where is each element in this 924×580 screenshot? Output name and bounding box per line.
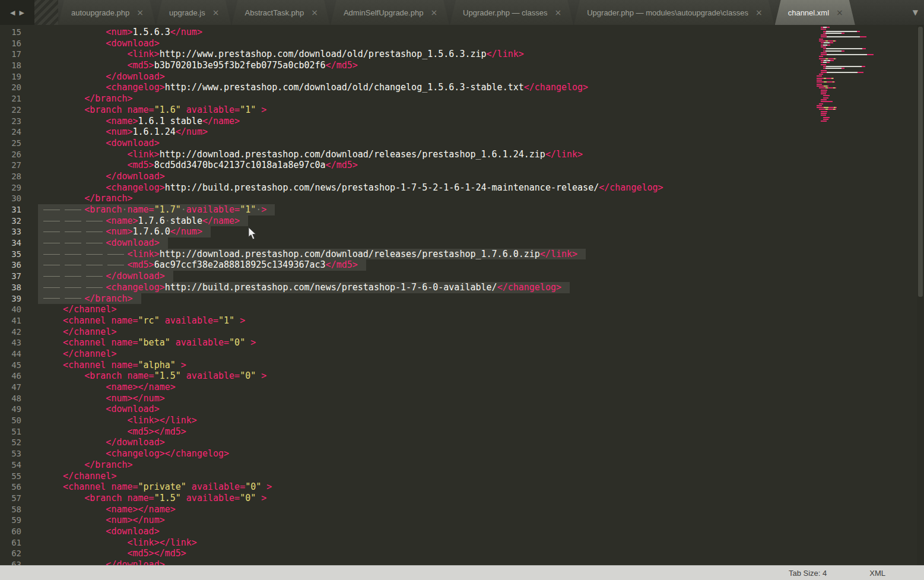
line-number: 38 <box>0 282 38 293</box>
code-line[interactable]: 59<num></num> <box>0 515 917 526</box>
tab-size-indicator[interactable]: Tab Size: 4 <box>789 569 827 578</box>
code-text: <md5></md5> <box>38 548 186 559</box>
whitespace-tab-marks <box>42 215 106 227</box>
code-text: <name>1.6.1 stable</name> <box>38 116 240 127</box>
code-line[interactable]: 17<link>http://www.prestashop.com/downlo… <box>0 49 917 60</box>
code-text: <name></name> <box>38 382 176 393</box>
tab-adminselfupgrade-php[interactable]: AdminSelfUpgrade.php× <box>331 0 449 25</box>
code-line[interactable]: 57<branch name="1.5" available="0" > <box>0 493 917 504</box>
tab-channel-xml[interactable]: channel.xml× <box>775 0 855 25</box>
code-line[interactable]: 29<changelog>http://build.prestashop.com… <box>0 182 917 194</box>
code-line[interactable]: 55</channel> <box>0 471 917 482</box>
line-number: 46 <box>0 370 38 382</box>
code-line[interactable]: 47<name></name> <box>0 382 917 393</box>
minimap[interactable] <box>815 27 916 123</box>
tab-bar-filler <box>34 0 58 25</box>
code-line[interactable]: 32<name>1.7.6·stable</name> <box>0 215 917 227</box>
tab-abstracttask-php[interactable]: AbstractTask.php× <box>232 0 330 25</box>
code-text: <name></name> <box>38 504 176 515</box>
code-line[interactable]: 61<link></link> <box>0 537 917 549</box>
tab-upgrade-js[interactable]: upgrade.js× <box>156 0 231 25</box>
minimap-line <box>815 117 916 118</box>
tab-overflow-menu-icon[interactable]: ▼ <box>913 0 918 25</box>
code-line[interactable]: 58<name></name> <box>0 504 917 515</box>
line-number: 25 <box>0 138 38 149</box>
scroll-tabs-right-icon[interactable]: ▶ <box>20 9 24 17</box>
code-text: <link></link> <box>38 537 197 549</box>
code-line[interactable]: 30</branch> <box>0 193 917 204</box>
code-line[interactable]: 46<branch name="1.5" available="0" > <box>0 370 917 382</box>
indent <box>42 348 63 360</box>
code-line[interactable]: 60<download> <box>0 526 917 537</box>
code-text: <num></num> <box>38 515 165 526</box>
code-line[interactable]: 20<changelog>http://www.prestashop.com/d… <box>0 82 917 93</box>
code-line[interactable]: 41<channel name="rc" available="1" > <box>0 315 917 327</box>
tab-close-icon[interactable]: × <box>311 8 318 17</box>
tab-close-icon[interactable]: × <box>430 8 437 17</box>
code-line[interactable]: 48<num></num> <box>0 393 917 404</box>
tab-upgrader-php-classes[interactable]: Upgrader.php — classes× <box>450 0 573 25</box>
code-line[interactable]: 50<link></link> <box>0 415 917 426</box>
code-line[interactable]: 51<md5></md5> <box>0 426 917 438</box>
code-line[interactable]: 22<branch name="1.6" available="1" > <box>0 104 917 116</box>
code-line[interactable]: 38<changelog>http://build.prestashop.com… <box>0 282 917 293</box>
code-line[interactable]: 54</branch> <box>0 459 917 471</box>
code-line[interactable]: 43<channel name="beta" available="0" > <box>0 337 917 348</box>
code-line[interactable]: 40</channel> <box>0 304 917 315</box>
code-line[interactable]: 25<download> <box>0 138 917 149</box>
code-line[interactable]: 53<changelog></changelog> <box>0 448 917 459</box>
indent <box>42 382 106 393</box>
code-line[interactable]: 19</download> <box>0 71 917 83</box>
code-line[interactable]: 62<md5></md5> <box>0 548 917 559</box>
code-line[interactable]: 34<download> <box>0 237 917 249</box>
code-line[interactable]: 36<md5>6ac97ccf38e2a88818925c1349367ac3<… <box>0 259 917 271</box>
indent <box>42 481 63 493</box>
vertical-scrollbar[interactable] <box>917 25 924 565</box>
whitespace-tab-marks <box>42 282 106 293</box>
code-line[interactable]: 31<branch·name="1.7"·available="1"·> <box>0 204 917 215</box>
tab-close-icon[interactable]: × <box>755 8 763 17</box>
indent <box>42 459 84 471</box>
syntax-indicator[interactable]: XML <box>869 569 885 578</box>
minimap-line <box>815 60 916 61</box>
code-line[interactable]: 49<download> <box>0 404 917 415</box>
tab-close-icon[interactable]: × <box>554 8 561 17</box>
code-line[interactable]: 24<num>1.6.1.24</num> <box>0 126 917 138</box>
code-line[interactable]: 63</download> <box>0 559 917 565</box>
code-area[interactable]: 15<num>1.5.6.3</num>16<download>17<link>… <box>0 25 917 565</box>
code-line[interactable]: 39</branch> <box>0 293 917 305</box>
code-line[interactable]: 21</branch> <box>0 93 917 104</box>
tab-close-icon[interactable]: × <box>212 8 220 17</box>
code-line[interactable]: 28</download> <box>0 171 917 182</box>
code-line[interactable]: 42</channel> <box>0 327 917 338</box>
indent <box>42 448 106 459</box>
indent <box>42 537 127 549</box>
tab-upgrader-php-modules-autoupgrade-classes[interactable]: Upgrader.php — modules\autoupgrade\class… <box>574 0 774 25</box>
code-line[interactable]: 27<md5>8cd5dd3470bc42137c1018a1a8e97c0a<… <box>0 160 917 171</box>
minimap-line <box>815 42 916 43</box>
tab-close-icon[interactable]: × <box>836 8 843 17</box>
minimap-line <box>815 99 916 100</box>
line-number: 30 <box>0 193 38 204</box>
code-line[interactable]: 56<channel name="private" available="0" … <box>0 481 917 493</box>
code-line[interactable]: 33<num>1.7.6.0</num> <box>0 226 917 237</box>
code-text: <name>1.7.6·stable</name> <box>38 215 248 227</box>
code-line[interactable]: 16<download> <box>0 38 917 49</box>
scrollbar-thumb[interactable] <box>918 27 923 297</box>
line-number: 34 <box>0 237 38 249</box>
code-line[interactable]: 26<link>http://download.prestashop.com/d… <box>0 149 917 160</box>
code-line[interactable]: 35<link>http://download.prestashop.com/d… <box>0 249 917 260</box>
code-line[interactable]: 18<md5>b3b70201b3e95f3b2feb0775a0cb02f6<… <box>0 60 917 71</box>
scroll-tabs-left-icon[interactable]: ◀ <box>10 9 15 17</box>
code-line[interactable]: 44</channel> <box>0 348 917 360</box>
code-line[interactable]: 37</download> <box>0 271 917 282</box>
code-line[interactable]: 15<num>1.5.6.3</num> <box>0 27 917 38</box>
tab-close-icon[interactable]: × <box>136 8 144 17</box>
minimap-line <box>815 50 916 52</box>
line-number: 20 <box>0 82 38 93</box>
code-line[interactable]: 52</download> <box>0 437 917 448</box>
indent <box>42 315 63 327</box>
code-line[interactable]: 45<channel name="alpha" > <box>0 360 917 371</box>
tab-autoupgrade-php[interactable]: autoupgrade.php× <box>58 0 155 25</box>
code-line[interactable]: 23<name>1.6.1 stable</name> <box>0 116 917 127</box>
